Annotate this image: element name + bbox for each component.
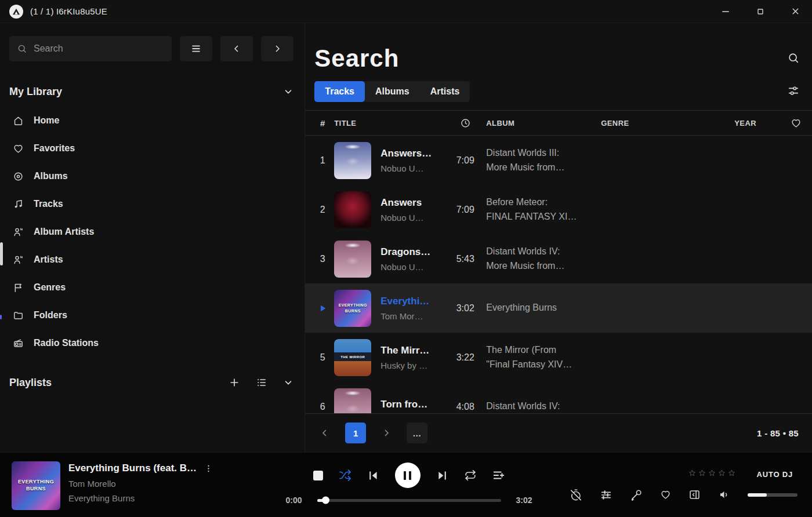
seek-handle[interactable] (322, 497, 329, 504)
repeat-button[interactable] (464, 469, 477, 482)
table-row[interactable]: 3 Dragons… Nobuo U… 5:43 Distant Worlds … (305, 234, 812, 283)
star-icon[interactable] (717, 469, 726, 480)
track-rating-stars[interactable] (688, 469, 736, 480)
page-next-button[interactable] (376, 423, 397, 443)
titlebar: (1 / 1) I6rKIu8u5UE (0, 0, 812, 23)
duration-column-clock-icon[interactable] (444, 118, 486, 129)
page-search-button[interactable] (787, 52, 800, 66)
sidebar-item-favorites[interactable]: Favorites (9, 134, 293, 162)
tab-albums[interactable]: Albums (365, 81, 420, 102)
row-favorite[interactable] (780, 406, 812, 407)
now-playing-title[interactable]: Everything Burns (feat. B… (68, 463, 197, 474)
sidebar-item-radio-stations[interactable]: Radio Stations (9, 329, 293, 357)
star-icon[interactable] (727, 469, 736, 480)
sidebar-nav: HomeFavoritesAlbumsTracksAlbum ArtistsAr… (9, 107, 293, 357)
table-row[interactable]: 2 Answers Nobuo U… 7:09 Before Meteor:FI… (305, 185, 812, 234)
sidebar-item-folders[interactable]: Folders (9, 301, 293, 329)
track-title[interactable]: Answers… (380, 148, 444, 159)
sidebar-item-genres[interactable]: Genres (9, 274, 293, 301)
row-favorite[interactable] (780, 258, 812, 259)
nav-back-button[interactable] (220, 36, 253, 61)
now-playing-artist[interactable]: Tom Morello (68, 479, 213, 489)
track-album[interactable]: Everything Burns (486, 301, 601, 315)
left-edge-scrollbar[interactable] (0, 242, 3, 265)
column-header-title[interactable]: TITLE (334, 119, 444, 128)
mute-button[interactable] (718, 489, 730, 501)
track-title[interactable]: Torn fro… (380, 399, 444, 410)
lyrics-mic-button[interactable] (630, 489, 643, 501)
column-header-number[interactable]: # (311, 118, 334, 128)
favorite-column-heart-icon[interactable] (780, 118, 812, 129)
page-prev-button[interactable] (314, 423, 335, 443)
close-button[interactable] (788, 4, 803, 19)
equalizer-button[interactable] (600, 489, 612, 501)
now-playing-album[interactable]: Everything Burns (68, 493, 213, 503)
sidebar-item-tracks[interactable]: Tracks (9, 190, 293, 218)
pause-button[interactable] (395, 463, 420, 488)
track-artist[interactable]: Nobuo U… (380, 163, 444, 173)
seek-bar[interactable] (317, 499, 501, 502)
playlist-add-button[interactable] (492, 469, 505, 482)
row-favorite[interactable] (780, 357, 812, 358)
column-header-genre[interactable]: GENRE (601, 119, 734, 128)
star-icon[interactable] (698, 469, 706, 480)
track-artist[interactable]: Nobuo U… (380, 213, 444, 223)
row-favorite[interactable] (780, 160, 812, 161)
next-button[interactable] (436, 469, 448, 482)
search-input[interactable] (34, 43, 164, 54)
row-favorite[interactable] (780, 209, 812, 210)
table-row[interactable]: EVERYTHING BURNS Everythi… Tom Mor… 3:02… (305, 283, 812, 333)
menu-button[interactable] (180, 36, 212, 61)
row-favorite[interactable] (780, 308, 812, 308)
page-more-button[interactable]: … (407, 423, 427, 443)
playlist-list-button[interactable] (256, 377, 267, 388)
nav-forward-button[interactable] (261, 36, 293, 61)
previous-button[interactable] (367, 469, 379, 482)
auto-dj-label[interactable]: AUTO DJ (757, 470, 798, 479)
playlists-collapse-button[interactable] (283, 377, 293, 388)
sidebar-item-album-artists[interactable]: Album Artists (9, 218, 293, 246)
track-album[interactable]: The Mirror (From"Final Fantasy XIV… (486, 343, 601, 372)
filter-settings-button[interactable] (787, 85, 800, 99)
volume-slider[interactable] (748, 493, 798, 497)
track-album[interactable]: Distant Worlds III:More Music from… (486, 146, 601, 175)
track-album[interactable]: Distant Worlds IV: (486, 399, 601, 414)
track-album[interactable]: Before Meteor:FINAL FANTASY XI… (486, 195, 601, 224)
track-album[interactable]: Distant Worlds IV:More Music from… (486, 245, 601, 274)
sidebar-item-home[interactable]: Home (9, 107, 293, 134)
shuffle-button[interactable] (339, 469, 351, 482)
star-icon[interactable] (688, 469, 697, 480)
track-title[interactable]: Everythi… (380, 296, 444, 307)
sleep-timer-off-button[interactable] (570, 489, 582, 501)
sidebar: My Library HomeFavoritesAlbumsTracksAlbu… (0, 23, 305, 452)
add-playlist-button[interactable] (229, 377, 240, 388)
table-row[interactable]: 6 Torn fro… 4:08 Distant Worlds IV: (305, 382, 812, 414)
track-options-button[interactable] (204, 464, 213, 474)
minimize-button[interactable] (718, 4, 733, 19)
track-artist[interactable]: Nobuo U… (380, 262, 444, 272)
table-row[interactable]: 1 Answers… Nobuo U… 7:09 Distant Worlds … (305, 136, 812, 185)
column-header-year[interactable]: YEAR (734, 119, 780, 128)
now-playing-art[interactable]: EVERYTHING BURNS (12, 461, 60, 510)
tab-tracks[interactable]: Tracks (314, 81, 365, 102)
track-title[interactable]: Answers (380, 197, 444, 209)
table-row[interactable]: 5 THE MIRROR The Mirr… Husky by … 3:22 T… (305, 333, 812, 382)
library-section-header[interactable]: My Library (9, 83, 293, 100)
chevron-down-icon[interactable] (283, 86, 293, 97)
queue-panel-button[interactable] (688, 489, 701, 501)
track-title[interactable]: The Mirr… (380, 345, 444, 356)
column-header-album[interactable]: ALBUM (486, 119, 601, 128)
star-icon[interactable] (708, 469, 716, 480)
track-title[interactable]: Dragons… (380, 246, 444, 258)
stop-button[interactable] (313, 471, 323, 480)
maximize-button[interactable] (753, 4, 768, 19)
tab-artists[interactable]: Artists (420, 81, 470, 102)
playlists-section-header[interactable]: Playlists (9, 374, 293, 391)
page-1-button[interactable]: 1 (345, 423, 366, 443)
favorite-track-button[interactable] (660, 489, 671, 500)
sidebar-search[interactable] (9, 36, 172, 61)
track-artist[interactable]: Tom Mor… (380, 311, 444, 321)
sidebar-item-albums[interactable]: Albums (9, 162, 293, 190)
sidebar-item-artists[interactable]: Artists (9, 246, 293, 274)
track-artist[interactable]: Husky by … (380, 361, 444, 370)
